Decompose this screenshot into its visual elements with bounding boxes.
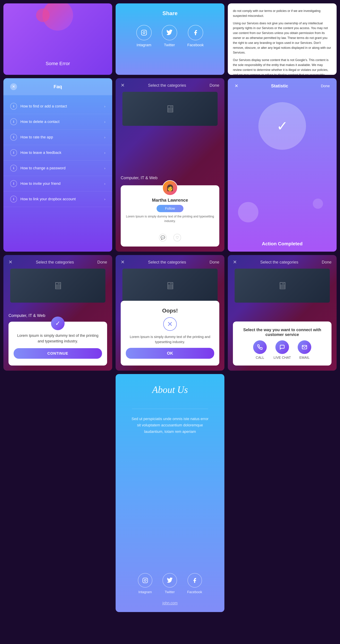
screen-inner-3: 🖥 [122,268,218,302]
about-twitter-icon[interactable] [162,573,177,588]
screen-sim-3: 🖥 [122,268,218,302]
customer-header-title: Select the categories [260,260,298,264]
customer-title: Select the way you want to connect with … [238,328,326,337]
select-check-card: 🖥 ✕ Select the categories Done Computer,… [4,255,112,370]
faq-item-2[interactable]: ℹ How to delete a contact › [4,114,112,130]
screen-icon-3: 🖥 [165,280,175,292]
stat-bubbles-area: ✓ [228,94,336,236]
stat-done-button[interactable]: Done [321,84,330,88]
about-divider [132,409,208,409]
oops-header-done[interactable]: Done [210,260,219,264]
check-modal-text: Lorem Ipsum is simply dummy text of the … [14,333,102,344]
profile-overlay-close[interactable]: ✕ [121,82,124,88]
faq-item-text-3: How to rate the app [20,135,104,140]
about-card: About Us Sed ut perspiciatis unde omnis … [116,374,224,612]
email-icon[interactable] [298,340,311,354]
profile-inner-card: 👩 Martha Lawrence Follow Lorem Ipsum is … [121,185,219,246]
oops-x-icon: ✕ [163,317,177,331]
check-modal: ✓ Lorem Ipsum is simply dummy text of th… [8,322,107,366]
share-facebook[interactable]: Facebook [187,25,204,47]
faq-item-text-5: How to change a password [20,166,104,170]
faq-chevron-7: › [104,197,106,201]
stat-close-button[interactable]: ✕ [234,83,238,88]
call-icon[interactable] [253,340,267,354]
oops-header: ✕ Select the categories Done [116,255,224,269]
oops-modal: Oops! ✕ Lorem Ipsum is simply dummy text… [121,301,219,366]
about-facebook[interactable]: Facebook [187,573,202,594]
screen-sim: 🖥 [122,92,218,126]
about-facebook-icon[interactable] [188,573,202,588]
instagram-icon[interactable] [136,25,152,40]
faq-item-4[interactable]: ℹ How to leave a feedback › [4,145,112,160]
continue-button[interactable]: CONTINUE [14,348,102,359]
faq-item-3[interactable]: ℹ How to rate the app › [4,130,112,145]
about-instagram-icon[interactable] [138,573,152,588]
error-message: Some Error [46,61,70,66]
screen-sim-4: 🖥 [234,268,330,302]
share-icons-row: Intagram Twitter Facebook [136,25,204,47]
terms-para-3: Our Services display some content that i… [233,58,332,75]
bubble-small-2 [313,198,323,209]
customer-close[interactable]: ✕ [233,259,237,265]
svg-point-2 [145,31,146,32]
heart-icon[interactable]: ♡ [174,234,181,242]
faq-close-button[interactable]: ✕ [10,83,17,90]
statistic-card: ✕ Statistic Done ✓ Action Completed [228,78,336,252]
oops-ok-button[interactable]: OK [126,348,214,359]
terms-card: do not comply with our terms or policies… [228,4,336,75]
error-card: Some Error [4,4,112,75]
select-check-title: Select the categories [36,260,74,264]
share-twitter[interactable]: Twitter [162,25,177,47]
chat-icon[interactable] [276,340,289,354]
follow-button[interactable]: Follow [156,205,184,212]
about-link[interactable]: john.com [162,601,178,605]
bubble-small-1 [238,202,258,222]
bubble-large: ✓ [258,102,306,150]
share-instagram[interactable]: Intagram [136,25,152,47]
faq-item-5[interactable]: ℹ How to change a password › [4,160,112,176]
screen-icon-2: 🖥 [53,280,63,292]
about-twitter[interactable]: Twitter [162,573,177,594]
email-label: EMAIL [299,356,310,360]
instagram-label: Intagram [136,43,151,47]
about-instagram-label: Intagram [138,590,152,594]
facebook-icon[interactable] [188,25,203,40]
profile-overlay-done[interactable]: Done [210,83,219,88]
screen-inner-4: 🖥 [234,268,330,302]
about-instagram[interactable]: Intagram [138,573,152,594]
customer-header-done[interactable]: Done [322,260,332,264]
select-check-header: ✕ Select the categories Done [4,255,112,269]
oops-card: 🖥 ✕ Select the categories Done Oops! ✕ L… [116,255,224,370]
faq-item-7[interactable]: ℹ How to link your dropbox account › [4,192,112,207]
check-circle-icon: ✓ [51,316,64,330]
customer-chat[interactable]: LIVE CHAT [274,340,291,360]
faq-item-text-2: How to delete a contact [20,120,104,124]
terms-para-2: Using our Services does not give you own… [233,21,332,55]
checkmark-symbol: ✓ [55,320,60,327]
customer-email[interactable]: EMAIL [298,340,311,360]
share-card: Share Intagram Twitter [116,4,224,75]
faq-chevron-1: › [104,104,106,108]
svg-point-4 [144,580,146,581]
svg-point-5 [146,579,147,579]
faq-header: ✕ Faq [4,78,112,95]
select-check-done[interactable]: Done [98,260,107,264]
faq-list: ℹ How to find or add a contact › ℹ How t… [4,95,112,210]
faq-item-text-1: How to find or add a contact [20,104,104,108]
comment-icon[interactable]: 💬 [159,234,166,242]
select-check-close[interactable]: ✕ [8,259,12,265]
faq-item-icon-7: ℹ [10,196,17,202]
faq-item-1[interactable]: ℹ How to find or add a contact › [4,98,112,114]
faq-item-icon-6: ℹ [10,180,17,187]
customer-modal: Select the way you want to connect with … [233,322,332,366]
oops-close[interactable]: ✕ [121,259,124,265]
about-title: About Us [152,384,188,395]
profile-name: Martha Lawrence [152,198,188,203]
twitter-icon[interactable] [162,25,177,40]
faq-chevron-4: › [104,151,106,155]
facebook-label: Facebook [187,43,204,47]
faq-item-6[interactable]: ℹ How to invite your friend › [4,176,112,192]
oops-title: Oops! [162,308,178,314]
screen-icon: 🖥 [165,103,175,115]
customer-call[interactable]: CALL [253,340,267,360]
